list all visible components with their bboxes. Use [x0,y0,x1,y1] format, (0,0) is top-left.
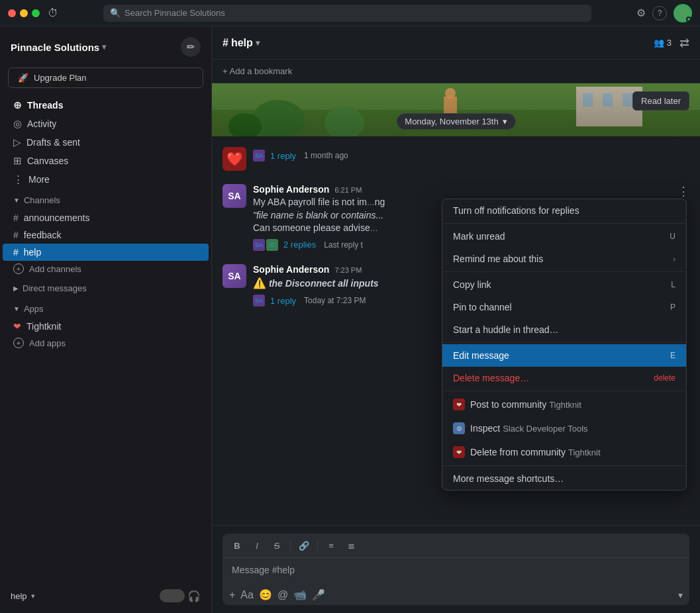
ctx-delete-community[interactable]: ❤ Delete from community Tightknit [442,440,686,464]
add-button[interactable]: + [229,589,235,601]
slack-dev-icon: ⚙ [453,422,465,434]
sidebar-item-more[interactable]: ⋮ More [3,170,209,189]
ctx-remind-left: Remind me about this [453,254,543,264]
strikethrough-button[interactable]: S [269,538,285,553]
mic-button[interactable]: 🎤 [312,589,325,601]
svg-point-8 [228,113,262,136]
channel-header-actions: 👥 3 ⇄ [654,36,689,50]
ctx-divider-2 [442,271,686,272]
apps-section-header[interactable]: ▼ Apps [3,300,209,318]
ctx-delete[interactable]: Delete message… delete [442,367,686,389]
reply-avatar: SA [253,150,265,162]
reply-avatars-2: SA JD [253,239,278,251]
ctx-item-left: Mark unread [453,231,505,242]
tightknit-app-icon-2: ❤ [453,446,465,458]
emoji-button[interactable]: 😊 [259,589,272,601]
mention-button[interactable]: @ [277,589,288,601]
date-pill[interactable]: Monday, November 13th ▾ [396,113,515,130]
font-button[interactable]: Aa [240,589,254,601]
ctx-mark-unread[interactable]: Mark unread U [442,225,686,248]
search-placeholder: Search Pinnacle Solutions [125,8,225,18]
compose-button[interactable]: ✏ [181,37,201,57]
read-later-button[interactable]: Read later [632,91,689,111]
channels-section-header[interactable]: ▼ Channels [3,191,209,209]
ctx-copy-link[interactable]: Copy link L [442,273,686,296]
sidebar-footer: help ▾ 🎧 [0,584,211,608]
titlebar: ⏱ 🔍 Search Pinnacle Solutions ⚙ ? [0,0,700,26]
channel-banner: Monday, November 13th ▾ [212,83,700,136]
history-icon[interactable]: ⏱ [48,7,58,19]
message-input[interactable]: Message #help [223,558,689,585]
sidebar-item-threads[interactable]: ⊕ Threads [3,96,209,115]
traffic-lights [8,9,40,17]
maximize-button[interactable] [32,9,40,17]
italic-button[interactable]: I [249,538,265,553]
ctx-divider-5 [442,465,686,466]
date-chevron: ▾ [503,117,507,126]
add-apps-button[interactable]: + Add apps [3,335,209,351]
ordered-list-button[interactable]: ≣ [343,538,359,553]
more-actions-icon[interactable]: ⋮ [677,184,689,199]
sidebar-item-help[interactable]: # help [3,244,209,261]
sidebar-item-drafts[interactable]: ▷ Drafts & sent [3,133,209,152]
activity-icon: ◎ [13,118,22,130]
sidebar-item-announcements[interactable]: # announcements [3,209,209,226]
close-button[interactable] [8,9,16,17]
sidebar-item-canvases[interactable]: ⊞ Canvases [3,152,209,170]
submenu-arrow: › [673,255,675,263]
add-bookmark-button[interactable]: + Add a bookmark [223,66,292,76]
format-bar: B I S 🔗 ≡ ≣ [223,534,689,558]
ctx-more-shortcuts[interactable]: More message shortcuts… [442,467,686,490]
minimize-button[interactable] [20,9,28,17]
footer-channel-label[interactable]: help ▾ [11,591,35,601]
message-avatar-3: SA [223,264,246,288]
online-indicator [686,17,691,22]
bold-italic-text: the Disconnect all inputs [269,278,379,289]
message-avatar: SA [223,184,246,208]
ctx-turn-off-notif[interactable]: Turn off notifications for replies [442,199,686,222]
link-button[interactable]: 🔗 [296,538,312,553]
ctx-post-community[interactable]: ❤ Post to community Tightknit [442,393,686,416]
ctx-pin[interactable]: Pin to channel P [442,296,686,318]
sidebar-item-activity[interactable]: ◎ Activity [3,115,209,133]
headphone-icon[interactable]: 🎧 [187,590,201,602]
status-toggle[interactable] [160,589,185,602]
add-apps-circle-icon: + [13,338,24,348]
heart-icon: ❤️ [226,151,243,167]
list-button[interactable]: ≡ [323,538,339,553]
ctx-edit-right: E [670,351,675,360]
user-avatar[interactable] [674,4,692,23]
member-count[interactable]: 👥 3 [654,38,672,48]
message-avatar: ❤️ [223,147,246,171]
ctx-remind[interactable]: Remind me about this › [442,248,686,270]
ctx-edit[interactable]: Edit message E [442,344,686,367]
hash-icon: # [13,247,19,258]
ctx-inspect[interactable]: ⚙ Inspect Slack Developer Tools [442,416,686,440]
ctx-delete-left: Delete message… [453,373,529,383]
share-icon[interactable]: ⇄ [679,36,689,50]
sidebar-item-tightknit[interactable]: ❤ Tightknit [3,318,209,335]
reply-count-2: 2 replies [283,240,316,250]
reply-line[interactable]: SA 1 reply 1 month ago [253,150,689,162]
workspace-name[interactable]: Pinnacle Solutions ▾ [11,42,106,53]
ctx-label: Turn off notifications for replies [453,205,579,216]
reply-avatar-3: SA [253,295,265,306]
search-bar[interactable]: 🔍 Search Pinnacle Solutions [103,5,591,22]
workspace-chevron: ▾ [102,42,106,52]
help-icon[interactable]: ? [652,6,667,21]
filter-icon[interactable]: ⚙ [636,7,646,19]
bold-button[interactable]: B [229,538,245,553]
ctx-huddle[interactable]: Start a huddle in thread… [442,318,686,341]
ctx-del-comm-left: ❤ Delete from community Tightknit [453,446,601,458]
message-content: SA 1 reply 1 month ago [253,147,689,171]
channel-name[interactable]: # help ▾ [223,37,260,49]
dm-expand-icon: ▶ [13,285,19,292]
direct-messages-section-header[interactable]: ▶ Direct messages [3,279,209,297]
channel-chevron: ▾ [256,38,260,48]
video-button[interactable]: 📹 [293,589,307,601]
upgrade-button[interactable]: 🚀 Upgrade Plan [8,68,203,88]
input-actions: + Aa 😊 @ 📹 🎤 ▾ [223,585,689,605]
sidebar-item-feedback[interactable]: # feedback [3,226,209,244]
reply-avatars: SA [253,150,265,162]
add-channels-button[interactable]: + Add channels [3,261,209,277]
